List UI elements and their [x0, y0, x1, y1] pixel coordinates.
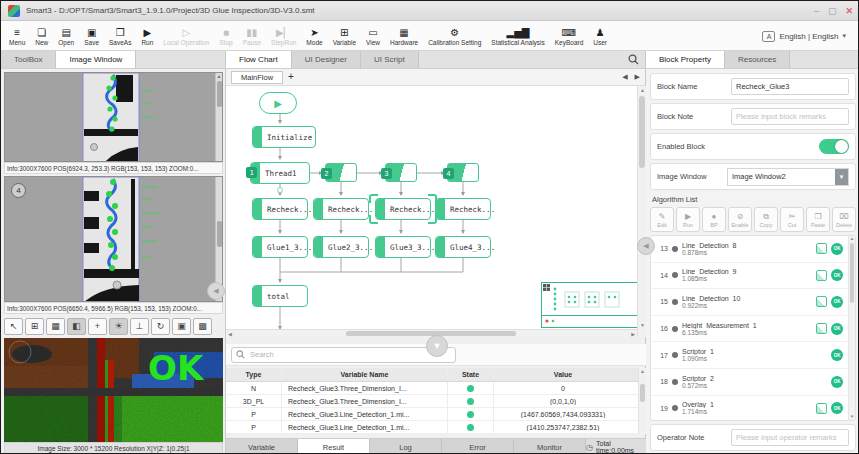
- scrollbar-thumb[interactable]: [217, 81, 222, 107]
- table-row[interactable]: P Recheck_Glue3.Line_Detection_1.mi... (…: [226, 421, 646, 434]
- block-note-input[interactable]: [731, 108, 849, 125]
- image-window-2[interactable]: 4: [4, 176, 223, 302]
- flow-node-initialize[interactable]: Initialize: [252, 126, 316, 148]
- toolbar-button[interactable]: ■ Stop: [214, 21, 237, 51]
- flow-node-glue4[interactable]: Glue4_3...: [435, 236, 491, 258]
- flow-node-recheck-1[interactable]: Recheck...: [252, 198, 308, 220]
- flow-node-recheck-3-selected[interactable]: Recheck...: [375, 198, 431, 220]
- scroll-down-icon[interactable]: ▼: [639, 322, 646, 328]
- axis-icon[interactable]: ⊥: [130, 318, 149, 335]
- flow-tab-mainflow[interactable]: MainFlow: [231, 71, 283, 84]
- copy-icon[interactable]: ⧉ Copy: [754, 207, 778, 232]
- toolbar-button[interactable]: ▶▏ StepRun: [266, 21, 301, 51]
- col-header-value[interactable]: Value: [494, 371, 632, 378]
- flowchart-canvas[interactable]: ▶ Initialize 1 Thread1 2 3 4 Recheck... …: [226, 86, 646, 337]
- operator-note-input[interactable]: [731, 429, 849, 446]
- breakpoint-dot-icon[interactable]: [672, 299, 678, 305]
- flow-nav-left-icon[interactable]: ◀: [622, 73, 627, 81]
- flow-branch-node-3[interactable]: 3: [385, 163, 417, 182]
- variable-search-box[interactable]: [231, 347, 456, 363]
- result-image-icon[interactable]: [816, 296, 827, 307]
- collapse-right-handle[interactable]: ◀: [637, 237, 655, 255]
- scroll-right-icon[interactable]: ▶: [631, 331, 635, 337]
- result-image-icon[interactable]: [816, 243, 827, 254]
- algorithm-list-item[interactable]: 17 Scriptor_1 1.090ms OK: [651, 342, 847, 369]
- flow-node-thread1[interactable]: 1 Thread1: [250, 162, 310, 184]
- breakpoint-icon[interactable]: ● BP: [702, 207, 726, 232]
- flow-nav-right-icon[interactable]: ▶: [635, 73, 640, 81]
- toolbar-button[interactable]: ▷ Local Operation: [158, 21, 214, 51]
- light-icon[interactable]: ☀: [109, 318, 128, 335]
- right-panel-tab[interactable]: Resources: [725, 51, 790, 68]
- collapse-panel-handle[interactable]: ▼: [426, 335, 448, 357]
- flow-minimap[interactable]: [541, 282, 640, 328]
- center-panel-tab[interactable]: UI Designer: [292, 51, 361, 68]
- breakpoint-dot-icon[interactable]: [672, 272, 678, 278]
- flow-node-total[interactable]: total: [252, 285, 308, 307]
- right-panel-tab[interactable]: Block Property: [646, 51, 725, 68]
- toolbar-button[interactable]: ▤ Open: [53, 21, 79, 51]
- table-scrollbar[interactable]: ▲: [638, 368, 646, 434]
- toolbar-button[interactable]: ⌨ KeyBoard: [550, 21, 589, 51]
- bottom-tab[interactable]: Log: [370, 439, 442, 454]
- contrast-icon[interactable]: ◧: [67, 318, 86, 335]
- flow-node-glue1[interactable]: Glue1_3...: [252, 236, 308, 258]
- toolbar-button[interactable]: ≡ Menu: [4, 21, 30, 51]
- bottom-tab[interactable]: Monitor: [514, 439, 586, 454]
- chevron-down-icon[interactable]: ▼: [835, 169, 848, 185]
- algorithm-list-item[interactable]: 15 Line_Detection_10 0.922ms OK: [651, 289, 847, 316]
- flow-node-glue3[interactable]: Glue3_3...: [375, 236, 431, 258]
- flow-start-node[interactable]: ▶: [259, 92, 297, 114]
- block-name-input[interactable]: [731, 78, 849, 95]
- toolbar-button[interactable]: ♟ User: [588, 21, 612, 51]
- canvas-vertical-scrollbar[interactable]: ▲ ▼: [637, 86, 646, 337]
- maximize-button[interactable]: ▢: [828, 6, 837, 16]
- scroll-up-icon[interactable]: ▲: [639, 87, 646, 93]
- scroll-left-icon[interactable]: ◀: [228, 331, 232, 337]
- toolbar-button[interactable]: ⊞ Variable: [328, 21, 361, 51]
- enabled-block-toggle[interactable]: [819, 139, 849, 154]
- pointcloud-3d-view[interactable]: OK: [4, 338, 223, 442]
- cut-icon[interactable]: ✂ Cut: [780, 207, 804, 232]
- toolbar-button[interactable]: ▂▅▇ Statistical Analysis: [486, 21, 549, 51]
- col-header-state[interactable]: State: [448, 368, 494, 381]
- toolbar-button[interactable]: ➤ Mode: [301, 21, 327, 51]
- scrollbar-thumb[interactable]: [217, 221, 222, 247]
- flow-node-glue2[interactable]: Glue2_3...: [313, 236, 369, 258]
- breakpoint-dot-icon[interactable]: [672, 326, 678, 332]
- breakpoint-dot-icon[interactable]: [672, 405, 678, 411]
- left-panel-tab[interactable]: ToolBox: [1, 51, 56, 68]
- bottom-tab[interactable]: Error: [442, 439, 514, 454]
- result-image-icon[interactable]: [816, 403, 827, 414]
- close-button[interactable]: ✕: [845, 6, 853, 16]
- result-image-icon[interactable]: [816, 323, 827, 334]
- flow-branch-node-2[interactable]: 2: [325, 163, 357, 182]
- fit-view-icon[interactable]: ⊞: [25, 318, 44, 335]
- col-header-variable-name[interactable]: Variable Name: [282, 368, 448, 381]
- delete-icon[interactable]: ⌧ Delete: [832, 207, 856, 232]
- scrollbar-thumb[interactable]: [850, 243, 854, 303]
- image-window-1[interactable]: ▲: [4, 72, 223, 162]
- table-row[interactable]: P Recheck_Glue3.Line_Detection_1.mi... (…: [226, 408, 646, 421]
- algorithm-list-scrollbar[interactable]: ▲▼: [848, 236, 855, 420]
- pan-select-icon[interactable]: ↖: [4, 318, 23, 335]
- cube-view-icon[interactable]: ▦: [46, 318, 65, 335]
- toolbar-button[interactable]: ▮▮ Pause: [238, 21, 266, 51]
- result-image-icon[interactable]: [816, 270, 827, 281]
- run-algorithm-icon[interactable]: ▶ Run: [676, 207, 700, 232]
- edit-icon[interactable]: ✎ Edit: [650, 207, 674, 232]
- algorithm-list-item[interactable]: 19 Overlay_1 1.714ms OK: [651, 396, 847, 421]
- rotate-icon[interactable]: ↻: [151, 318, 170, 335]
- add-flow-tab-button[interactable]: +: [288, 72, 294, 82]
- table-row[interactable]: N Recheck_Glue3.Three_Dimension_I... 0: [226, 382, 646, 395]
- algorithm-list-item[interactable]: 16 Height_Measurement_1 6.135ms OK: [651, 316, 847, 343]
- flow-branch-node-4[interactable]: 4: [447, 163, 479, 182]
- image1-scrollbar[interactable]: ▲: [215, 73, 222, 161]
- search-icon[interactable]: [628, 54, 639, 65]
- bottom-tab[interactable]: Result: [298, 439, 370, 454]
- mesh-icon[interactable]: ▩: [193, 318, 212, 335]
- center-cross-icon[interactable]: +: [88, 318, 107, 335]
- breakpoint-dot-icon[interactable]: [672, 379, 678, 385]
- breakpoint-dot-icon[interactable]: [672, 352, 678, 358]
- paste-icon[interactable]: ❒ Paste: [806, 207, 830, 232]
